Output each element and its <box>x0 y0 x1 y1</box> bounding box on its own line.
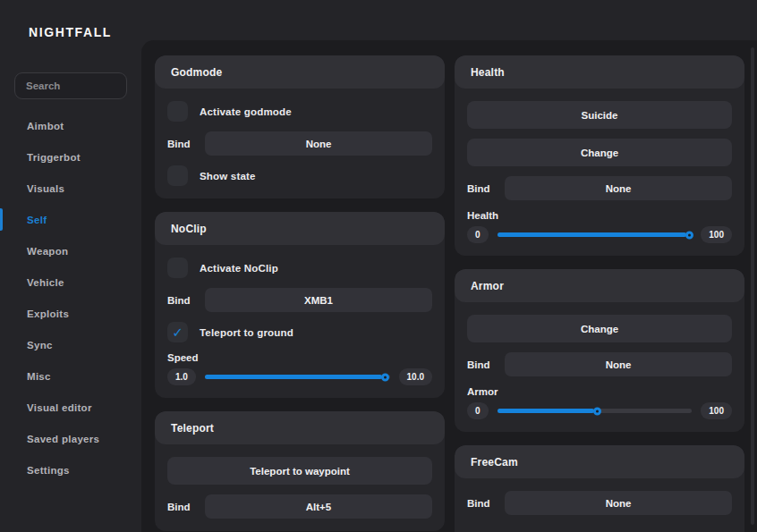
slider-min-value: 0 <box>467 226 489 243</box>
health-slider-label: Health <box>467 210 732 221</box>
godmode-card: Godmode ✓ Activate godmode Bind None ✓ S… <box>155 55 445 198</box>
app-title: NIGHTFALL <box>0 0 141 39</box>
freecam-card: FreeCam Bind None <box>455 445 744 532</box>
sidebar-item-sync[interactable]: Sync <box>0 329 141 360</box>
bind-label: Bind <box>167 502 194 512</box>
left-column: Godmode ✓ Activate godmode Bind None ✓ S… <box>155 55 445 532</box>
sidebar-item-settings[interactable]: Settings <box>0 454 141 486</box>
health-bind-button[interactable]: None <box>505 176 732 200</box>
slider-max-value: 100 <box>701 402 732 419</box>
bind-label: Bind <box>167 139 194 149</box>
show-state-checkbox-row[interactable]: ✓ Show state <box>167 165 432 186</box>
sidebar-item-visuals[interactable]: Visuals <box>0 173 141 204</box>
sidebar-item-weapon[interactable]: Weapon <box>0 235 141 266</box>
health-slider-track[interactable] <box>498 232 693 237</box>
teleport-card: Teleport Teleport to waypoint Bind Alt+5 <box>155 411 445 531</box>
bind-label: Bind <box>467 498 494 509</box>
noclip-card: NoClip ✓ Activate NoClip Bind XMB1 ✓ Tel… <box>155 212 445 398</box>
check-icon: ✓ <box>172 325 183 339</box>
sidebar-item-vehicle[interactable]: Vehicle <box>0 266 141 298</box>
teleport-card-title: Teleport <box>155 411 445 444</box>
checkbox-label: Teleport to ground <box>200 327 293 338</box>
freecam-card-title: FreeCam <box>455 445 744 478</box>
teleport-to-ground-checkbox-row[interactable]: ✓ Teleport to ground <box>167 322 432 342</box>
sidebar-item-aimbot[interactable]: Aimbot <box>0 110 141 141</box>
bind-label: Bind <box>467 183 494 194</box>
godmode-bind-button[interactable]: None <box>205 131 432 156</box>
sidebar-item-saved-players[interactable]: Saved players <box>0 423 141 454</box>
sidebar-item-misc[interactable]: Misc <box>0 360 141 392</box>
armor-change-button[interactable]: Change <box>467 315 732 342</box>
checkbox-label: Activate NoClip <box>200 263 278 274</box>
sidebar-item-self[interactable]: Self <box>0 204 141 235</box>
suicide-button[interactable]: Suicide <box>467 101 732 129</box>
search-box <box>14 72 127 99</box>
activate-godmode-checkbox-row[interactable]: ✓ Activate godmode <box>167 101 432 122</box>
speed-slider-label: Speed <box>167 352 432 363</box>
slider-handle[interactable] <box>685 231 693 239</box>
health-card-title: Health <box>455 55 744 89</box>
teleport-to-ground-checkbox[interactable]: ✓ <box>167 322 188 342</box>
speed-slider-track[interactable] <box>205 375 390 379</box>
teleport-bind-button[interactable]: Alt+5 <box>205 494 432 519</box>
teleport-to-waypoint-button[interactable]: Teleport to waypoint <box>167 457 432 485</box>
sidebar-item-triggerbot[interactable]: Triggerbot <box>0 141 141 173</box>
armor-card-title: Armor <box>455 269 744 302</box>
bind-label: Bind <box>467 359 494 370</box>
bind-label: Bind <box>167 295 194 306</box>
right-column: Health Suicide Change Bind None Health 0 <box>455 55 744 532</box>
checkbox-label: Activate godmode <box>200 106 292 117</box>
slider-min-value: 0 <box>467 402 489 419</box>
health-slider[interactable]: 0 100 <box>467 226 732 243</box>
armor-slider-track[interactable] <box>498 409 693 413</box>
slider-max-value: 10.0 <box>399 368 432 385</box>
sidebar: NIGHTFALL Aimbot Triggerbot Visuals Self… <box>0 0 141 532</box>
slider-min-value: 1.0 <box>167 368 196 385</box>
scrollbar[interactable] <box>751 47 754 525</box>
sidebar-item-exploits[interactable]: Exploits <box>0 298 141 329</box>
slider-handle[interactable] <box>593 407 601 415</box>
godmode-card-title: Godmode <box>155 55 445 89</box>
health-card: Health Suicide Change Bind None Health 0 <box>455 55 744 256</box>
main-panel: Godmode ✓ Activate godmode Bind None ✓ S… <box>141 40 757 532</box>
armor-slider[interactable]: 0 100 <box>467 402 732 419</box>
search-input[interactable] <box>14 72 127 99</box>
noclip-card-title: NoClip <box>155 212 445 245</box>
checkbox-label: Show state <box>200 171 256 182</box>
noclip-bind-button[interactable]: XMB1 <box>205 288 432 312</box>
armor-bind-button[interactable]: None <box>505 352 732 376</box>
activate-noclip-checkbox[interactable]: ✓ <box>167 258 188 278</box>
health-change-button[interactable]: Change <box>467 139 732 166</box>
activate-godmode-checkbox[interactable]: ✓ <box>167 101 188 122</box>
armor-card: Armor Change Bind None Armor 0 <box>455 269 744 432</box>
speed-slider[interactable]: 1.0 10.0 <box>167 368 432 385</box>
activate-noclip-checkbox-row[interactable]: ✓ Activate NoClip <box>167 258 432 278</box>
show-state-checkbox[interactable]: ✓ <box>167 165 188 186</box>
slider-max-value: 100 <box>701 226 732 243</box>
sidebar-nav: Aimbot Triggerbot Visuals Self Weapon Ve… <box>0 110 141 486</box>
sidebar-item-visual-editor[interactable]: Visual editor <box>0 392 141 423</box>
slider-handle[interactable] <box>381 373 389 381</box>
freecam-bind-button[interactable]: None <box>505 491 732 515</box>
armor-slider-label: Armor <box>467 386 732 397</box>
